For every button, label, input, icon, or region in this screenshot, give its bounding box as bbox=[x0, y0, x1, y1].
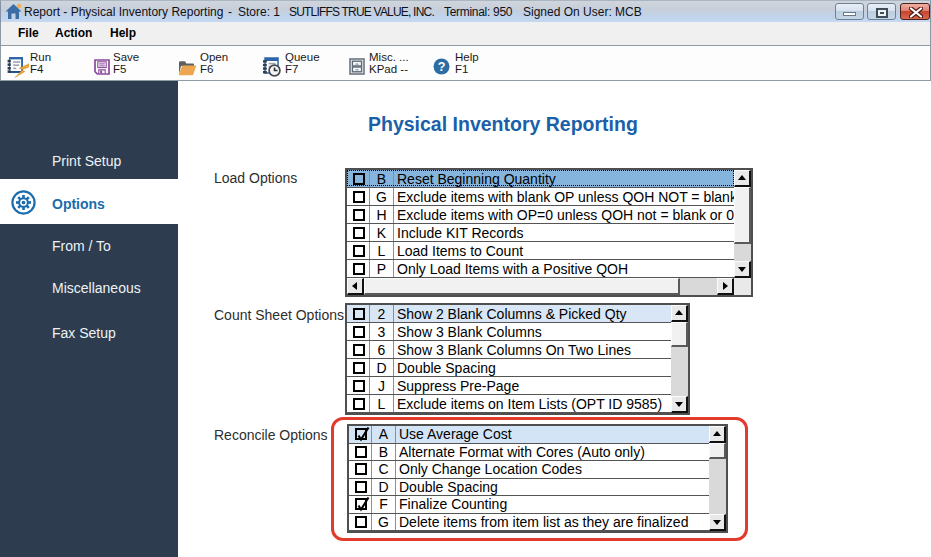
svg-text:?: ? bbox=[438, 60, 446, 74]
